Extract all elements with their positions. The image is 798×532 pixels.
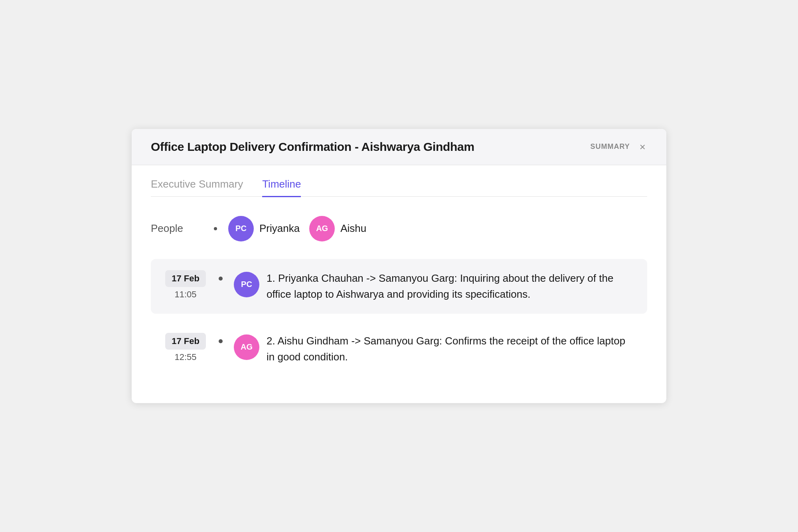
timeline-content-2: AG 2. Aishu Gindham -> Samanyou Garg: Co… (234, 333, 634, 365)
header-actions: SUMMARY × (590, 140, 647, 154)
tabs-bar: Executive Summary Timeline (151, 165, 647, 197)
person-pc-name: Priyanka (259, 222, 300, 235)
bullet-dot-2 (219, 339, 223, 343)
tab-timeline[interactable]: Timeline (262, 178, 301, 197)
close-button[interactable]: × (638, 140, 647, 154)
timeline-content-1: PC 1. Priyanka Chauhan -> Samanyou Garg:… (234, 270, 634, 303)
people-list: PC Priyanka AG Aishu (228, 216, 366, 241)
people-dot (214, 227, 217, 230)
timeline-item-2: 17 Feb 12:55 AG 2. Aishu Gindham -> Sama… (151, 322, 647, 376)
summary-label: SUMMARY (590, 142, 630, 151)
timeline-avatar-ag-2: AG (234, 334, 259, 360)
time-1: 11:05 (174, 289, 196, 300)
date-1: 17 Feb (165, 270, 206, 287)
person-ag: AG Aishu (309, 216, 366, 241)
person-ag-name: Aishu (340, 222, 366, 235)
avatar-pc: PC (228, 216, 254, 241)
tab-executive-summary[interactable]: Executive Summary (151, 178, 243, 197)
avatar-ag: AG (309, 216, 335, 241)
timeline-text-2: 2. Aishu Gindham -> Samanyou Garg: Confi… (267, 333, 634, 365)
bullet-dot-1 (219, 277, 223, 281)
date-block-1: 17 Feb 11:05 (164, 270, 207, 300)
people-label: People (151, 222, 203, 235)
date-2: 17 Feb (165, 333, 206, 350)
timeline-text-1: 1. Priyanka Chauhan -> Samanyou Garg: In… (267, 270, 634, 303)
panel-title: Office Laptop Delivery Confirmation - Ai… (151, 140, 474, 154)
time-2: 12:55 (174, 352, 196, 362)
person-pc: PC Priyanka (228, 216, 300, 241)
body: Executive Summary Timeline People PC Pri… (132, 165, 666, 403)
timeline-item-1: 17 Feb 11:05 PC 1. Priyanka Chauhan -> S… (151, 259, 647, 314)
main-panel: Office Laptop Delivery Confirmation - Ai… (132, 129, 666, 403)
people-row: People PC Priyanka AG Aishu (151, 213, 647, 245)
date-block-2: 17 Feb 12:55 (164, 333, 207, 362)
header: Office Laptop Delivery Confirmation - Ai… (132, 129, 666, 165)
timeline-avatar-pc-1: PC (234, 272, 259, 297)
